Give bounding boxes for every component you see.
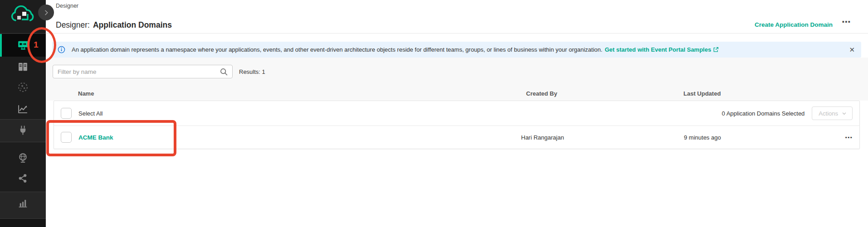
event-portal-page: 1	[0, 0, 868, 227]
table-row: ACME Bank Hari Rangarajan 9 minutes ago …	[54, 126, 859, 149]
banner-close-icon[interactable]: ✕	[849, 46, 855, 54]
results-count: Results: 1	[239, 68, 265, 75]
application-domain-name-link[interactable]: ACME Bank	[78, 134, 113, 141]
page-title-main: Application Domains	[93, 20, 172, 29]
chevron-down-icon	[842, 111, 847, 116]
divider	[0, 192, 46, 192]
row-last-updated: 9 minutes ago	[684, 134, 721, 141]
actions-button[interactable]: Actions	[812, 106, 853, 120]
share-icon	[17, 173, 29, 184]
sidebar-expand-button[interactable]	[38, 5, 54, 20]
row-checkbox[interactable]	[61, 132, 72, 143]
divider	[0, 218, 46, 219]
column-header-last-updated: Last Updated	[683, 90, 721, 97]
divider	[46, 33, 868, 34]
column-header-name: Name	[78, 90, 94, 97]
designer-notification-badge: 1	[34, 40, 39, 50]
external-link-icon	[713, 47, 719, 53]
filter-by-name-input[interactable]	[53, 65, 232, 78]
sidebar-item-catalog[interactable]	[0, 57, 46, 77]
filter-box	[53, 65, 233, 78]
row-created-by: Hari Rangarajan	[521, 134, 564, 141]
banner-message: An application domain represents a names…	[72, 46, 602, 53]
create-application-domain-button[interactable]: Create Application Domain	[755, 21, 833, 28]
page-title: Designer:Application Domains	[56, 20, 172, 30]
sidebar-item-event-mesh[interactable]	[0, 77, 46, 97]
designer-icon	[17, 39, 29, 51]
info-icon	[58, 46, 65, 53]
page-title-prefix: Designer:	[56, 20, 90, 29]
actions-button-label: Actions	[819, 110, 838, 117]
select-all-row: Select All 0 Application Domains Selecte…	[54, 101, 859, 126]
active-indicator	[0, 34, 2, 57]
row-more-menu-icon[interactable]: ⋯	[845, 133, 853, 142]
plug-icon	[17, 125, 29, 136]
sidebar: 1	[0, 0, 46, 227]
sidebar-group	[0, 218, 46, 227]
divider	[0, 119, 46, 120]
sidebar-item-runtime[interactable]	[0, 148, 46, 168]
select-all-checkbox[interactable]	[61, 108, 72, 119]
divider	[0, 33, 46, 34]
search-icon	[219, 67, 229, 77]
divider	[0, 142, 46, 142]
application-domains-table: Select All 0 Application Domains Selecte…	[54, 101, 860, 149]
toolbar-band	[46, 58, 868, 101]
column-header-created-by: Created By	[526, 90, 557, 97]
header-more-menu-icon[interactable]: ⋯	[842, 16, 851, 27]
breadcrumb[interactable]: Designer	[56, 3, 78, 9]
sidebar-item-insights[interactable]	[0, 99, 46, 119]
selection-status: 0 Application Domains Selected	[722, 110, 805, 117]
event-mesh-icon	[17, 82, 29, 93]
sidebar-item-connectors[interactable]	[0, 120, 46, 140]
sidebar-item-analytics[interactable]	[0, 193, 46, 213]
info-banner: An application domain represents a names…	[52, 42, 861, 58]
runtime-globe-icon	[17, 152, 29, 164]
bar-chart-icon	[17, 198, 29, 209]
sidebar-item-share[interactable]	[0, 168, 46, 188]
chevron-right-icon	[43, 9, 50, 16]
select-all-label: Select All	[78, 110, 102, 117]
banner-samples-link[interactable]: Get started with Event Portal Samples	[605, 46, 711, 53]
insights-icon	[17, 103, 29, 115]
catalog-icon	[17, 61, 29, 72]
sidebar-item-designer[interactable]	[0, 34, 46, 57]
solace-cloud-logo-icon	[9, 5, 37, 26]
